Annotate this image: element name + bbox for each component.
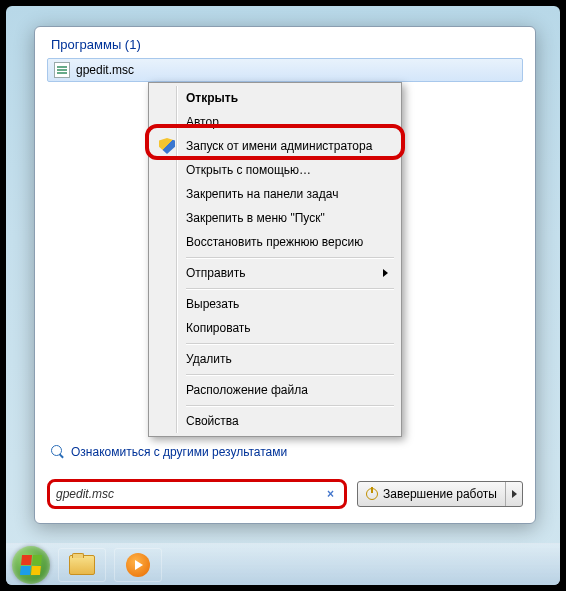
ctx-restore-version[interactable]: Восстановить прежнюю версию bbox=[152, 230, 398, 254]
file-explorer-icon bbox=[69, 555, 95, 575]
search-result-label: gpedit.msc bbox=[76, 63, 134, 77]
more-results-link[interactable]: Ознакомиться с другими результатами bbox=[51, 445, 287, 459]
programs-section-header: Программы (1) bbox=[35, 27, 535, 56]
taskbar bbox=[6, 543, 560, 585]
shutdown-split-button: Завершение работы bbox=[357, 481, 523, 507]
ctx-separator bbox=[186, 405, 394, 406]
ctx-open-with[interactable]: Открыть с помощью… bbox=[152, 158, 398, 182]
shutdown-options-button[interactable] bbox=[506, 482, 522, 506]
context-menu: Открыть Автор Запуск от имени администра… bbox=[148, 82, 402, 437]
ctx-cut[interactable]: Вырезать bbox=[152, 292, 398, 316]
start-button[interactable] bbox=[12, 546, 50, 584]
shutdown-button[interactable]: Завершение работы bbox=[358, 482, 506, 506]
ctx-file-location[interactable]: Расположение файла bbox=[152, 378, 398, 402]
ctx-properties[interactable]: Свойства bbox=[152, 409, 398, 433]
taskbar-media-player-button[interactable] bbox=[114, 548, 162, 582]
uac-shield-icon bbox=[159, 138, 175, 154]
ctx-run-as-admin[interactable]: Запуск от имени администратора bbox=[152, 134, 398, 158]
start-menu-bottom-row: × Завершение работы bbox=[47, 477, 523, 511]
submenu-arrow-icon bbox=[383, 269, 388, 277]
chevron-right-icon bbox=[512, 490, 517, 498]
desktop-background: Программы (1) gpedit.msc Ознакомиться с … bbox=[6, 6, 560, 585]
ctx-separator bbox=[186, 257, 394, 258]
search-result-gpedit[interactable]: gpedit.msc bbox=[47, 58, 523, 82]
search-icon bbox=[51, 445, 65, 459]
power-icon bbox=[366, 488, 378, 500]
ctx-author[interactable]: Автор bbox=[152, 110, 398, 134]
search-input[interactable] bbox=[56, 487, 323, 501]
more-results-label: Ознакомиться с другими результатами bbox=[71, 445, 287, 459]
ctx-separator bbox=[186, 343, 394, 344]
ctx-copy[interactable]: Копировать bbox=[152, 316, 398, 340]
ctx-delete[interactable]: Удалить bbox=[152, 347, 398, 371]
ctx-separator bbox=[186, 374, 394, 375]
ctx-open[interactable]: Открыть bbox=[152, 86, 398, 110]
ctx-pin-start[interactable]: Закрепить в меню "Пуск" bbox=[152, 206, 398, 230]
shutdown-label: Завершение работы bbox=[383, 487, 497, 501]
media-player-icon bbox=[126, 553, 150, 577]
msc-file-icon bbox=[54, 62, 70, 78]
ctx-separator bbox=[186, 288, 394, 289]
ctx-pin-taskbar[interactable]: Закрепить на панели задач bbox=[152, 182, 398, 206]
ctx-send-to[interactable]: Отправить bbox=[152, 261, 398, 285]
clear-search-button[interactable]: × bbox=[323, 487, 338, 501]
windows-logo-icon bbox=[20, 555, 42, 575]
search-box-highlight: × bbox=[47, 479, 347, 509]
taskbar-explorer-button[interactable] bbox=[58, 548, 106, 582]
